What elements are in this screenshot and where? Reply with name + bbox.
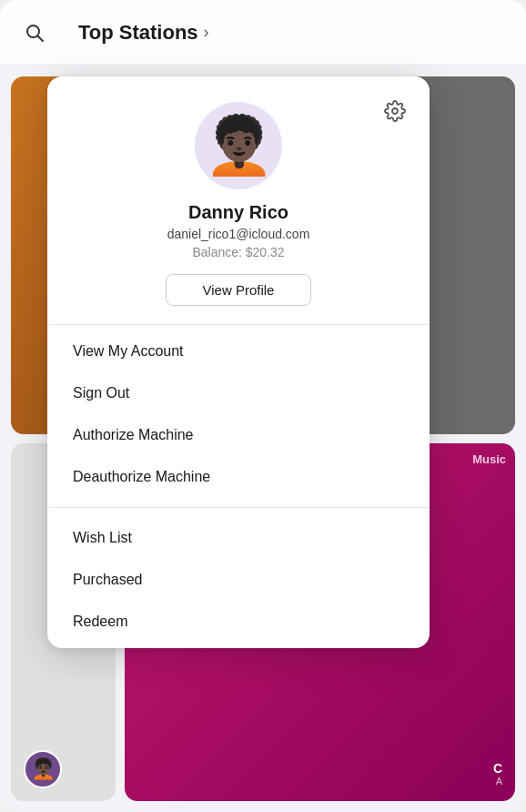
menu-item-deauthorize-machine[interactable]: Deauthorize Machine: [47, 456, 430, 498]
menu-item-authorize-machine[interactable]: Authorize Machine: [47, 414, 430, 456]
view-profile-button[interactable]: View Profile: [166, 274, 312, 306]
card-text-block: C A: [493, 761, 502, 787]
account-dropdown: 🧑🏿‍🦱 Danny Rico daniel_rico1@icloud.com …: [47, 76, 430, 648]
svg-line-1: [38, 36, 44, 41]
settings-button[interactable]: [379, 95, 411, 127]
menu-item-sign-out[interactable]: Sign Out: [47, 372, 430, 414]
menu-item-view-my-account[interactable]: View My Account: [47, 330, 430, 372]
svg-point-2: [392, 108, 398, 114]
user-name: Danny Rico: [188, 202, 288, 223]
menu-section-2: Wish List Purchased Redeem: [47, 512, 430, 648]
menu-item-wish-list[interactable]: Wish List: [47, 517, 430, 559]
small-avatar: 🧑🏿‍🦱: [24, 750, 62, 788]
user-email: daniel_rico1@icloud.com: [167, 227, 310, 241]
menu-item-purchased[interactable]: Purchased: [47, 559, 430, 601]
popup-header: 🧑🏿‍🦱 Danny Rico daniel_rico1@icloud.com …: [47, 76, 430, 324]
menu-section-1: View My Account Sign Out Authorize Machi…: [47, 325, 430, 503]
search-button[interactable]: [18, 16, 51, 49]
top-bar: Top Stations ›: [0, 0, 526, 66]
section-divider: [47, 507, 430, 508]
chevron-right-icon: ›: [204, 23, 209, 42]
user-balance: Balance: $20.32: [192, 245, 284, 259]
app-background: Top Stations › Music 🧑🏿‍🦱 Music C A: [0, 0, 526, 812]
bottom-right-card-label: Music: [472, 452, 506, 466]
avatar: 🧑🏿‍🦱: [195, 102, 282, 189]
page-title: Top Stations ›: [78, 21, 209, 45]
menu-item-redeem[interactable]: Redeem: [47, 601, 430, 643]
